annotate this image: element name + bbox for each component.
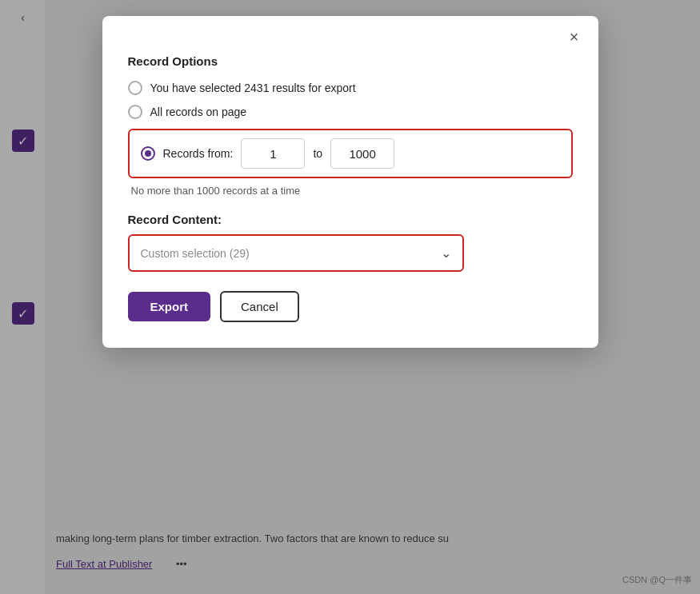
hint-text: No more than 1000 records at a time	[131, 185, 573, 197]
content-select-wrapper[interactable]: Custom selection (29) ⌄	[128, 234, 464, 272]
to-label: to	[313, 147, 322, 160]
cancel-button[interactable]: Cancel	[220, 291, 299, 322]
from-input[interactable]	[241, 138, 305, 169]
radio-all-label: All records on page	[150, 106, 247, 118]
modal-overlay: × Record Options You have selected 2431 …	[0, 0, 700, 594]
chevron-down-icon: ⌄	[441, 245, 451, 261]
radio-circle-all	[128, 105, 142, 119]
close-button[interactable]: ×	[563, 26, 586, 48]
radio-circle-selected	[128, 81, 142, 95]
modal-header: ×	[102, 16, 598, 48]
radio-selected-results[interactable]: You have selected 2431 results for expor…	[128, 81, 573, 95]
radio-all-records[interactable]: All records on page	[128, 105, 573, 119]
modal-body: Record Options You have selected 2431 re…	[102, 48, 598, 348]
content-select[interactable]: Custom selection (29) ⌄	[130, 236, 462, 270]
select-placeholder: Custom selection (29)	[141, 247, 250, 260]
export-button[interactable]: Export	[128, 292, 211, 321]
buttons-row: Export Cancel	[128, 291, 573, 322]
to-input[interactable]	[330, 138, 394, 169]
export-modal: × Record Options You have selected 2431 …	[102, 16, 598, 348]
radio-selected-label: You have selected 2431 results for expor…	[150, 82, 356, 94]
records-from-label: Records from:	[163, 147, 234, 160]
radio-circle-from[interactable]	[141, 146, 155, 161]
record-options-title: Record Options	[128, 54, 573, 68]
records-from-row: Records from: to	[128, 129, 573, 178]
record-content-label: Record Content:	[128, 213, 573, 226]
